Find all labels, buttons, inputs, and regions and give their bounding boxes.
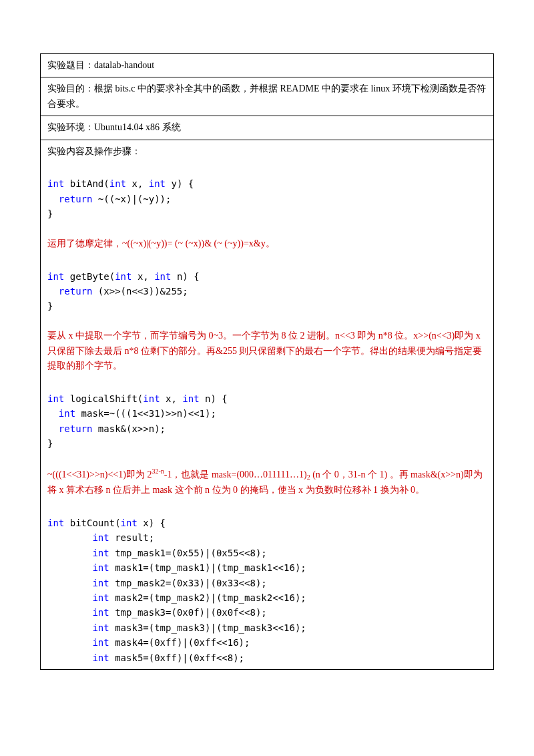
row-purpose: 实验目的：根据 bits.c 中的要求补全其中的函数，并根据 README 中的… xyxy=(41,77,494,116)
kw-return: return xyxy=(47,286,92,297)
title-label: 实验题目： xyxy=(47,60,94,70)
kw-int: int xyxy=(47,532,109,543)
kw-int: int xyxy=(47,408,75,419)
document-page: 实验题目：datalab-handout 实验目的：根据 bits.c 中的要求… xyxy=(0,0,534,756)
kw-int: int xyxy=(121,518,138,528)
kw-int: int xyxy=(47,607,109,618)
kw-return: return xyxy=(47,194,92,204)
kw-int: int xyxy=(109,178,126,189)
kw-return: return xyxy=(47,423,92,434)
kw-int: int xyxy=(143,393,160,404)
comment-logicalshift: ~(((1<<31)>>n)<<1)即为 232-n-1，也就是 mask=(0… xyxy=(47,466,487,498)
kw-int: int xyxy=(47,178,64,189)
comment-bitand: 运用了德摩定律，~((~x)|(~y))= (~ (~x))& (~ (~y))… xyxy=(47,236,487,251)
kw-int: int xyxy=(47,652,109,663)
purpose-text: 实验目的：根据 bits.c 中的要求补全其中的函数，并根据 README 中的… xyxy=(47,83,486,108)
kw-int: int xyxy=(47,393,64,404)
code-getbyte: int getByte(int x, int n) { return (x>>(… xyxy=(47,269,487,314)
content-heading: 实验内容及操作步骤： xyxy=(47,144,487,159)
row-title: 实验题目：datalab-handout xyxy=(41,54,494,77)
kw-int: int xyxy=(47,622,109,633)
env-text: 实验环境：Ubuntu14.04 x86 系统 xyxy=(47,122,181,132)
code-bitand: int bitAnd(int x, int y) { return ~((~x)… xyxy=(47,176,487,221)
kw-int: int xyxy=(47,637,109,648)
title-text: datalab-handout xyxy=(94,60,154,70)
kw-int: int xyxy=(149,178,166,189)
kw-int: int xyxy=(47,271,64,282)
code-bitcount: int bitCount(int x) { int result; int tm… xyxy=(47,516,487,665)
code-logicalshift: int logicalShift(int x, int n) { int mas… xyxy=(47,391,487,451)
kw-int: int xyxy=(182,393,199,404)
lab-report-table: 实验题目：datalab-handout 实验目的：根据 bits.c 中的要求… xyxy=(40,53,494,670)
row-content: 实验内容及操作步骤： int bitAnd(int x, int y) { re… xyxy=(41,140,494,669)
kw-int: int xyxy=(154,271,171,282)
comment-getbyte: 要从 x 中提取一个字节，而字节编号为 0~3。一个字节为 8 位 2 进制。n… xyxy=(47,329,487,373)
kw-int: int xyxy=(47,578,109,588)
kw-int: int xyxy=(47,562,109,573)
kw-int: int xyxy=(47,592,109,603)
kw-int: int xyxy=(47,518,64,528)
kw-int: int xyxy=(115,271,131,282)
row-env: 实验环境：Ubuntu14.04 x86 系统 xyxy=(41,116,494,140)
kw-int: int xyxy=(47,548,109,558)
